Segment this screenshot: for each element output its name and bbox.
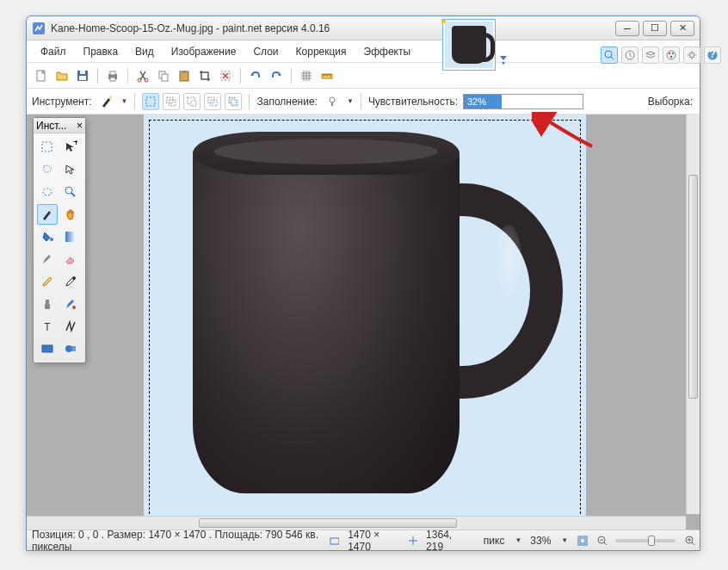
svg-text:+: + bbox=[73, 140, 77, 148]
sensitivity-label: Чувствительность: bbox=[368, 96, 458, 108]
menu-view[interactable]: Вид bbox=[128, 43, 161, 60]
statusbar: Позиция: 0 , 0 . Размер: 1470 × 1470 . П… bbox=[27, 530, 700, 550]
svg-rect-3 bbox=[80, 71, 85, 74]
rect-select-tool[interactable] bbox=[37, 137, 58, 158]
close-button[interactable]: ✕ bbox=[670, 21, 694, 36]
save-button[interactable] bbox=[73, 66, 92, 85]
chevron-down-icon[interactable]: ▼ bbox=[561, 536, 568, 544]
pan-tool[interactable] bbox=[60, 204, 81, 225]
deselect-button[interactable] bbox=[216, 66, 235, 85]
horizontal-scrollbar[interactable] bbox=[27, 516, 686, 530]
selection-intersect-button[interactable] bbox=[204, 93, 221, 110]
crop-button[interactable] bbox=[195, 66, 214, 85]
svg-point-39 bbox=[669, 53, 670, 54]
fill-mode-button[interactable] bbox=[323, 92, 342, 111]
fit-window-icon[interactable] bbox=[577, 535, 587, 547]
svg-rect-54 bbox=[46, 300, 49, 304]
lasso-tool[interactable] bbox=[37, 159, 58, 180]
chevron-down-icon[interactable]: ▼ bbox=[121, 97, 128, 105]
sensitivity-slider[interactable]: 32% bbox=[463, 94, 583, 109]
current-tool-icon[interactable] bbox=[97, 92, 116, 111]
maximize-button[interactable]: ☐ bbox=[643, 21, 667, 36]
svg-rect-30 bbox=[330, 538, 339, 544]
gradient-tool[interactable] bbox=[60, 226, 81, 247]
selection-add-button[interactable] bbox=[163, 93, 180, 110]
svg-point-40 bbox=[672, 53, 674, 54]
open-button[interactable] bbox=[52, 66, 71, 85]
ellipse-select-tool[interactable] bbox=[37, 182, 58, 202]
menu-effects[interactable]: Эффекты bbox=[357, 43, 418, 60]
bucket-tool[interactable] bbox=[37, 226, 58, 247]
cut-button[interactable] bbox=[133, 66, 152, 85]
svg-rect-24 bbox=[211, 100, 214, 103]
copy-button[interactable] bbox=[154, 66, 173, 85]
shapes-tool[interactable] bbox=[60, 338, 81, 359]
zoom-out-icon[interactable] bbox=[596, 535, 607, 547]
unit-selector[interactable]: пикс bbox=[484, 535, 505, 547]
brush-tool[interactable] bbox=[37, 249, 58, 270]
svg-point-36 bbox=[605, 51, 612, 58]
ruler-button[interactable] bbox=[318, 66, 336, 85]
colors-panel-toggle[interactable] bbox=[663, 46, 680, 64]
canvas[interactable] bbox=[144, 115, 586, 528]
help-button[interactable]: ? bbox=[704, 46, 721, 64]
svg-point-35 bbox=[503, 62, 505, 65]
rect-shape-tool[interactable] bbox=[37, 338, 58, 359]
svg-text:T: T bbox=[44, 321, 51, 333]
menu-file[interactable]: Файл bbox=[34, 43, 73, 60]
move-pixels-tool[interactable] bbox=[60, 159, 81, 180]
selection-xor-button[interactable] bbox=[225, 93, 242, 110]
svg-rect-53 bbox=[45, 304, 50, 309]
canvas-area bbox=[27, 115, 700, 530]
tool-label: Инструмент: bbox=[32, 96, 92, 108]
undo-button[interactable] bbox=[246, 66, 265, 85]
svg-point-49 bbox=[51, 208, 52, 210]
star-icon: ★ bbox=[440, 16, 447, 26]
tools-panel-toggle[interactable] bbox=[601, 46, 618, 64]
menu-image[interactable]: Изображение bbox=[164, 43, 244, 60]
settings-button[interactable] bbox=[683, 46, 700, 64]
status-dims: 1470 × 1470 bbox=[348, 529, 398, 553]
svg-rect-6 bbox=[110, 71, 115, 75]
history-panel-toggle[interactable] bbox=[621, 46, 639, 64]
grid-button[interactable] bbox=[297, 66, 316, 85]
sampling-label: Выборка: bbox=[648, 96, 693, 108]
selection-replace-button[interactable] bbox=[142, 93, 159, 110]
svg-point-50 bbox=[50, 238, 53, 241]
eraser-tool[interactable] bbox=[60, 249, 81, 270]
redo-button[interactable] bbox=[267, 66, 286, 85]
svg-point-42 bbox=[690, 53, 694, 58]
menu-adjustments[interactable]: Коррекция bbox=[289, 43, 354, 60]
app-icon bbox=[32, 22, 46, 35]
vertical-scrollbar[interactable] bbox=[686, 115, 700, 514]
svg-rect-11 bbox=[162, 74, 168, 81]
svg-point-38 bbox=[667, 51, 676, 59]
chevron-down-icon[interactable]: ▼ bbox=[347, 97, 354, 105]
palette-close-button[interactable]: × bbox=[77, 120, 83, 132]
menu-edit[interactable]: Правка bbox=[77, 43, 126, 60]
selection-subtract-button[interactable] bbox=[183, 93, 201, 110]
layers-panel-toggle[interactable] bbox=[642, 46, 659, 64]
move-selection-tool[interactable]: + bbox=[60, 137, 81, 158]
zoom-tool[interactable] bbox=[60, 182, 81, 202]
svg-rect-21 bbox=[191, 101, 196, 106]
new-button[interactable] bbox=[32, 66, 51, 85]
thumbnail-menu-icon[interactable] bbox=[497, 53, 509, 65]
image-thumbnail[interactable]: ★ bbox=[442, 19, 496, 71]
print-button[interactable] bbox=[103, 66, 122, 85]
menu-layers[interactable]: Слои bbox=[246, 43, 285, 60]
chevron-down-icon[interactable]: ▼ bbox=[515, 536, 521, 544]
eyedropper-tool[interactable] bbox=[60, 271, 81, 292]
zoom-in-icon[interactable] bbox=[684, 535, 694, 547]
clone-tool[interactable] bbox=[37, 294, 58, 314]
paste-button[interactable] bbox=[175, 66, 194, 85]
minimize-button[interactable]: ─ bbox=[615, 21, 639, 36]
svg-rect-57 bbox=[42, 345, 52, 352]
line-tool[interactable] bbox=[60, 316, 81, 337]
recolor-tool[interactable] bbox=[60, 294, 81, 314]
text-tool[interactable]: T bbox=[37, 316, 58, 337]
magic-wand-tool[interactable] bbox=[37, 204, 58, 225]
palette-titlebar[interactable]: Инст... × bbox=[34, 118, 85, 133]
pencil-tool[interactable] bbox=[37, 271, 58, 292]
zoom-slider[interactable] bbox=[615, 539, 676, 542]
